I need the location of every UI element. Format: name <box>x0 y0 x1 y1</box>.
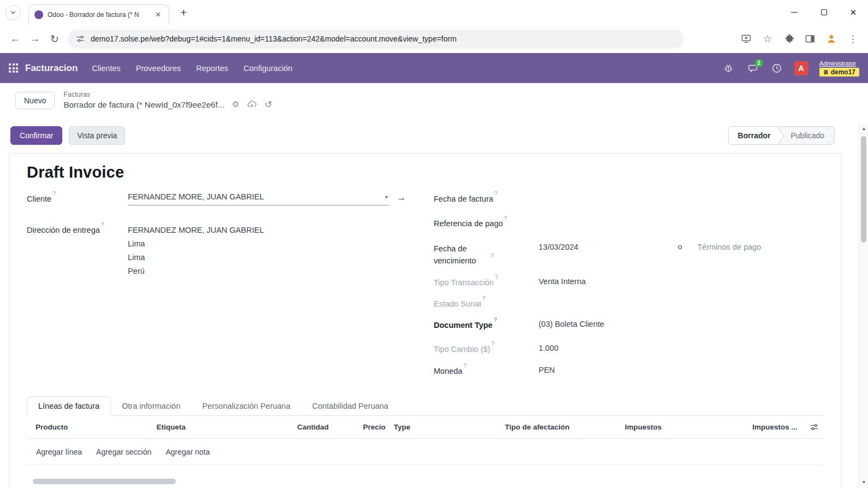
vencimiento-date-input[interactable]: 13/03/2024 <box>539 242 678 251</box>
apps-grid-icon[interactable] <box>9 63 18 73</box>
col-etiqueta: Etiqueta <box>157 423 292 431</box>
side-panel-button[interactable] <box>804 32 817 45</box>
tab-otra-informacion[interactable]: Otra información <box>111 397 191 415</box>
menu-configuracion[interactable]: Configuración <box>244 64 292 73</box>
reload-icon: ↻ <box>50 33 59 45</box>
chevron-down-icon[interactable]: ▾ <box>384 194 389 200</box>
help-marker: ? <box>482 296 486 302</box>
activities-button[interactable] <box>770 62 783 75</box>
optional-columns-button[interactable] <box>805 422 823 432</box>
browser-tab[interactable]: Odoo - Borrador de factura (* N ✕ <box>28 4 169 25</box>
chevron-down-icon <box>10 9 16 16</box>
window-maximize-button[interactable] <box>809 0 839 25</box>
scroll-up-button[interactable]: ▲ <box>859 124 868 133</box>
vencimiento-label: Fecha de vencimiento? <box>434 242 539 267</box>
scroll-down-button[interactable]: ▼ <box>859 478 868 487</box>
window-close-button[interactable]: ✕ <box>839 0 868 25</box>
user-avatar[interactable]: A <box>794 61 808 75</box>
tab-personalizacion-peruana[interactable]: Personalización Peruana <box>191 397 301 415</box>
preview-button[interactable]: Vista previa <box>69 126 125 145</box>
internal-link-arrow-icon[interactable]: → <box>397 192 406 203</box>
debug-bug-button[interactable] <box>722 62 735 75</box>
tab-contabilidad-peruana[interactable]: Contabilidad Peruana <box>301 397 399 415</box>
odoo-navbar: Facturacion Clientes Proveedores Reporte… <box>0 53 868 83</box>
moneda-input[interactable]: PEN <box>539 364 555 374</box>
install-icon <box>741 33 752 44</box>
vertical-scrollbar[interactable]: ▲ ▼ <box>859 123 868 488</box>
status-posted[interactable]: Publicado <box>786 127 835 144</box>
add-note-link[interactable]: Agregar nota <box>166 448 210 456</box>
add-section-link[interactable]: Agregar sección <box>96 448 151 456</box>
breadcrumb-current: Borrador de factura (* NewId_0x7f9ee2e6f… <box>63 100 224 109</box>
action-bar: Confirmar Vista previa Borrador Publicad… <box>9 117 841 153</box>
tab-close-icon[interactable]: ✕ <box>153 9 163 20</box>
help-marker: ? <box>495 274 498 280</box>
vertical-scrollbar-thumb[interactable] <box>861 136 866 243</box>
kebab-menu-icon: ⋮ <box>848 33 858 45</box>
add-line-link[interactable]: Agregar línea <box>36 448 82 456</box>
status-chevron-icon <box>777 127 786 145</box>
tab-search-button[interactable] <box>5 5 21 20</box>
col-precio: Precio <box>329 423 386 431</box>
side-panel-icon <box>805 33 816 44</box>
new-button[interactable]: Nuevo <box>15 92 55 109</box>
direccion-partner[interactable]: FERNANDEZ MORE, JUAN GABRIEL <box>128 224 264 237</box>
direccion-value-block: FERNANDEZ MORE, JUAN GABRIEL Lima Lima P… <box>128 224 264 278</box>
forward-button[interactable]: → <box>25 29 45 49</box>
tab-lineas-factura[interactable]: Líneas de factura <box>27 396 111 416</box>
bug-icon <box>723 63 734 73</box>
maximize-icon <box>821 9 827 15</box>
cloud-upload-icon <box>247 99 257 109</box>
browser-menu-button[interactable]: ⋮ <box>846 32 859 45</box>
browser-profile-button[interactable] <box>825 32 838 45</box>
address-bar[interactable]: demo17.solse.pe/web?debug=1#cids=1&menu_… <box>68 30 684 49</box>
form-grid: Cliente? FERNANDEZ MORE, JUAN GABRIEL ▾ … <box>27 192 823 386</box>
field-cliente: Cliente? FERNANDEZ MORE, JUAN GABRIEL ▾ … <box>27 192 434 217</box>
reload-button[interactable]: ↻ <box>45 29 64 49</box>
breadcrumb-parent[interactable]: Facturas <box>63 91 272 98</box>
col-producto: Producto <box>36 423 157 431</box>
cliente-input[interactable]: FERNANDEZ MORE, JUAN GABRIEL ▾ <box>128 192 389 205</box>
menu-reportes[interactable]: Reportes <box>196 64 228 73</box>
estado-sunat-label: Estado Sunat? <box>434 297 539 308</box>
help-marker: ? <box>463 363 467 369</box>
cliente-label: Cliente? <box>27 192 128 203</box>
notebook-tabs: Líneas de factura Otra información Perso… <box>27 395 823 416</box>
user-menu[interactable]: Administrator demo17 <box>819 60 859 77</box>
browser-toolbar: ← → ↻ demo17.solse.pe/web?debug=1#cids=1… <box>0 25 868 53</box>
window-minimize-button[interactable] <box>780 0 809 25</box>
bookmark-button[interactable]: ☆ <box>761 32 774 45</box>
chat-badge: 2 <box>755 59 763 67</box>
discard-undo-button[interactable]: ↺ <box>264 99 272 110</box>
settings-gear-button[interactable]: ⚙ <box>232 99 239 109</box>
odoo-favicon-icon <box>34 10 43 19</box>
company-name: demo17 <box>831 68 855 76</box>
back-button[interactable]: ← <box>5 29 25 49</box>
user-name[interactable]: Administrator <box>819 60 857 67</box>
app-name[interactable]: Facturacion <box>25 63 78 74</box>
extensions-button[interactable] <box>782 32 795 45</box>
document-type-input[interactable]: (03) Boleta Cliente <box>539 319 604 328</box>
new-tab-button[interactable]: + <box>176 6 191 19</box>
profile-avatar-icon <box>825 33 837 45</box>
horizontal-scrollbar-thumb[interactable] <box>33 479 176 484</box>
menu-proveedores[interactable]: Proveedores <box>136 64 181 73</box>
status-bar: Borrador Publicado <box>728 126 835 145</box>
messages-button[interactable]: 2 <box>746 62 759 75</box>
save-cloud-button[interactable] <box>247 99 257 109</box>
tipo-transaccion-label: Tipo Transacción? <box>434 276 539 287</box>
company-switcher[interactable]: demo17 <box>819 68 859 77</box>
payment-terms-input[interactable]: Términos de pago <box>698 242 761 251</box>
document-title: Draft Invoice <box>27 163 823 181</box>
help-marker: ? <box>504 215 507 221</box>
star-icon: ☆ <box>763 33 772 45</box>
browser-tabstrip: Odoo - Borrador de factura (* N ✕ + ✕ <box>0 0 868 25</box>
install-app-button[interactable] <box>740 32 753 45</box>
menu-clientes[interactable]: Clientes <box>92 64 120 73</box>
fecha-factura-label: Fecha de factura? <box>434 192 539 203</box>
field-tipo-transaccion: Tipo Transacción? Venta Interna <box>434 276 823 297</box>
vencimiento-value-row: 13/03/2024 o Términos de pago <box>539 242 761 251</box>
status-draft[interactable]: Borrador <box>729 127 777 144</box>
confirm-button[interactable]: Confirmar <box>10 126 62 145</box>
cliente-value[interactable]: FERNANDEZ MORE, JUAN GABRIEL <box>128 192 384 201</box>
